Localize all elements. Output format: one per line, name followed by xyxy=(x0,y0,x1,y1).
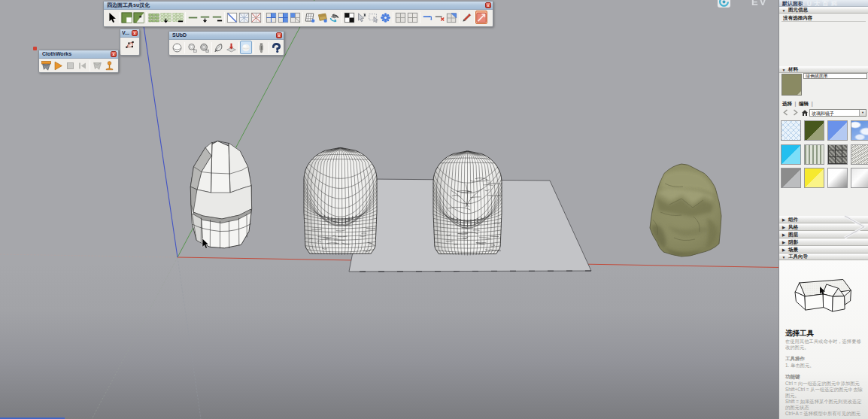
grid-blue-corner-button[interactable] xyxy=(265,11,277,24)
edge-red-x-button[interactable] xyxy=(433,11,445,24)
clothworks-toolbar-close-button[interactable]: x xyxy=(111,51,117,57)
material-swatch-grid xyxy=(781,120,868,193)
material-swatch-mirror-light[interactable] xyxy=(851,168,868,188)
vertex-tools-toolbar[interactable]: V... x xyxy=(120,29,140,56)
tab-edit[interactable]: 编辑 xyxy=(799,101,809,106)
wireframe-bag-object-2[interactable] xyxy=(433,151,502,256)
expand-arrow-icon: ▶ xyxy=(782,232,786,237)
subd-toolbar-close-button[interactable]: x xyxy=(276,32,282,38)
quadface-toolbar-titlebar[interactable]: 四边面工具su汉化 x xyxy=(104,2,493,10)
grid-plain-a-button[interactable] xyxy=(394,11,406,24)
ring-rows-button[interactable] xyxy=(147,11,159,24)
zoom-plus-quad-button[interactable] xyxy=(186,41,198,54)
quadface-tools-toolbar[interactable]: 四边面工具su汉化 x xyxy=(103,1,493,27)
material-collection-dropdown[interactable]: 玻璃和镜子 ▼ xyxy=(809,109,866,117)
grid-plain-b-button[interactable] xyxy=(406,11,418,24)
loop-dash-button[interactable] xyxy=(187,11,199,24)
subdivide-sphere-button[interactable] xyxy=(171,41,183,54)
help-knot-button[interactable] xyxy=(270,41,282,54)
gear-blue-button[interactable] xyxy=(379,11,391,24)
pencil-red-button[interactable] xyxy=(460,11,472,24)
entity-info-content: 没有选择内容 xyxy=(779,14,868,66)
pin-orange-button[interactable] xyxy=(103,59,115,72)
stop-disabled-button[interactable] xyxy=(64,59,76,72)
material-swatch-stripes-vertical[interactable] xyxy=(804,144,824,165)
uv-map-grid-button[interactable] xyxy=(304,11,316,24)
cloth-flag-button[interactable] xyxy=(40,59,52,72)
edge-blue-hook-button[interactable] xyxy=(421,11,433,24)
play-button[interactable] xyxy=(52,59,64,72)
material-swatch-glass-yellow[interactable] xyxy=(804,168,824,188)
loop-shrink-button[interactable] xyxy=(211,11,223,24)
ring-shrink-button[interactable] xyxy=(171,11,184,24)
subd-toolbar-titlebar[interactable]: SUbD x xyxy=(169,32,284,40)
clothworks-toolbar[interactable]: ClothWorks x xyxy=(38,50,119,73)
quadface-toolbar-close-button[interactable]: x xyxy=(485,2,491,8)
zipper-button[interactable] xyxy=(255,41,267,54)
lowpoly-bag-object[interactable] xyxy=(190,141,251,249)
tray-titlebar[interactable]: 默认面板 SU大百科 xyxy=(779,0,868,7)
cloth-gray-disabled-button[interactable] xyxy=(91,59,103,72)
vertex-toolbar-titlebar[interactable]: V... x xyxy=(120,29,139,38)
dropdown-arrow-button[interactable]: ▼ xyxy=(859,110,866,116)
quad-green-dot-button[interactable] xyxy=(132,11,144,24)
wand-select-button[interactable] xyxy=(355,11,367,24)
section-header-materials[interactable]: ▼ 材料 xyxy=(779,66,868,73)
vertex-gizmo-button[interactable] xyxy=(124,38,136,52)
uv-rotate-button[interactable] xyxy=(328,11,340,24)
material-swatch-speckle-noise[interactable] xyxy=(851,144,868,165)
soft-sphere-button[interactable] xyxy=(240,41,252,54)
zoom-minus-quad-button[interactable] xyxy=(198,41,210,54)
loop-grow-button[interactable] xyxy=(199,11,211,24)
tab-select[interactable]: 选择 xyxy=(782,101,792,106)
quad-green-split-button[interactable] xyxy=(120,11,132,24)
marquee-select-button[interactable] xyxy=(367,11,379,24)
material-swatch-sky-clouds[interactable] xyxy=(851,120,868,141)
olive-beanbag-object[interactable] xyxy=(650,164,721,257)
materials-tabs: 选择 | 编辑 | xyxy=(782,101,813,108)
material-swatch-mirror-gradient[interactable] xyxy=(827,168,848,188)
instructor-modifier-item: Shift+Ctrl = 从一组选定的图元中去除图元。 xyxy=(785,387,865,399)
collapsed-section-label: 阴影 xyxy=(788,239,798,246)
collapsed-section-label: 场景 xyxy=(788,247,798,254)
sketchup-viewport[interactable] xyxy=(0,0,868,419)
material-swatch-glass-cyan[interactable] xyxy=(781,144,801,165)
material-swatch-glass-gray-split[interactable] xyxy=(781,168,801,188)
instructor-modifier-item: Shift = 如果选择某个图元则更改选定的图元状态 xyxy=(785,399,865,411)
toolbar-separator xyxy=(184,42,185,53)
triangulate-diagonal-button[interactable] xyxy=(226,11,238,24)
uv-plane-tan-button[interactable] xyxy=(316,11,328,24)
instructor-content: 选择工具 在使用其他工具或命令时，选择要修改的图元。 工具操作 1. 单击图元。… xyxy=(779,260,868,419)
subd-toolbar[interactable]: SUbD x xyxy=(168,31,284,56)
back-arrow-button[interactable] xyxy=(782,109,789,116)
remove-triangulation-button[interactable] xyxy=(238,11,250,24)
material-swatch-glass-hatch-light-blue[interactable] xyxy=(781,120,801,141)
section-header-collapsed-4[interactable]: ▶场景 xyxy=(779,246,868,254)
material-swatch-glass-blue[interactable] xyxy=(827,120,848,141)
grid-blue-right-button[interactable] xyxy=(277,11,289,24)
wireframe-bag-object-1[interactable] xyxy=(304,148,377,256)
in-model-home-button[interactable] xyxy=(801,109,809,117)
material-swatch-blocks-dark-texture[interactable] xyxy=(827,144,848,165)
forward-arrow-button[interactable] xyxy=(792,109,799,116)
checker-material-button[interactable] xyxy=(343,11,355,24)
mesh-to-quads-red-button[interactable] xyxy=(250,11,262,24)
material-swatch-olive-dark-split[interactable] xyxy=(804,120,824,141)
section-header-instructor[interactable]: ▼ 工具向导 xyxy=(779,254,868,260)
instructor-operations-list: 1. 单击图元。 xyxy=(785,363,863,369)
vertex-toolbar-close-button[interactable]: x xyxy=(132,30,138,36)
instructor-house-illustration xyxy=(787,274,862,313)
stray-red-fragment xyxy=(33,47,37,50)
grid-blue-diag-button[interactable] xyxy=(289,11,301,24)
panel-red-button[interactable] xyxy=(475,11,487,24)
smooth-leaf-button[interactable] xyxy=(213,41,225,54)
select-arrow-button[interactable] xyxy=(105,11,117,24)
grid-fold-blue-button[interactable] xyxy=(445,11,457,24)
ring-grow-button[interactable] xyxy=(159,11,171,24)
material-preview-swatch[interactable] xyxy=(782,74,802,96)
crease-arrow-button[interactable] xyxy=(225,41,237,54)
clothworks-toolbar-titlebar[interactable]: ClothWorks x xyxy=(39,50,118,59)
material-name-input[interactable] xyxy=(803,73,867,79)
rewind-disabled-button[interactable] xyxy=(76,59,88,72)
section-header-entity-info[interactable]: ▼ 图元信息 xyxy=(779,7,868,14)
